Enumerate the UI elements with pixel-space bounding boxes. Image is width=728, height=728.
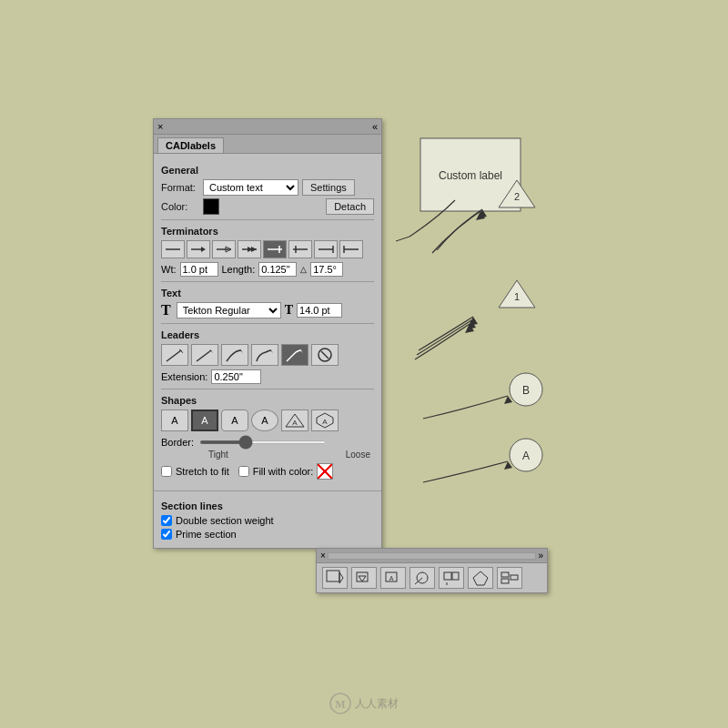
- cadlabels-tab[interactable]: CADlabels: [157, 137, 224, 153]
- length-input[interactable]: [258, 262, 297, 277]
- shape-btn-rounded[interactable]: A: [221, 410, 248, 431]
- leader-btn-5[interactable]: [311, 344, 339, 366]
- terminator-btn-4[interactable]: [263, 240, 287, 258]
- divider-4: [161, 389, 374, 389]
- text-section-label: Text: [161, 288, 374, 298]
- slider-row: Border:: [161, 437, 374, 448]
- leader-btn-4[interactable]: [281, 344, 308, 366]
- fill-checkbox[interactable]: [238, 466, 249, 477]
- settings-button[interactable]: Settings: [302, 179, 355, 196]
- prime-section-checkbox[interactable]: [161, 529, 172, 540]
- terminator-grid: [161, 240, 374, 258]
- color-label: Color:: [161, 201, 199, 212]
- svg-rect-42: [327, 571, 339, 581]
- terminator-btn-2[interactable]: [212, 240, 236, 258]
- panel-tabs-row: CADlabels: [154, 135, 381, 154]
- svg-marker-43: [339, 572, 343, 583]
- terminator-btn-3[interactable]: [238, 240, 261, 258]
- shapes-section-label: Shapes: [161, 395, 374, 406]
- shape-btn-triangle[interactable]: A: [281, 410, 308, 431]
- tight-label: Tight: [208, 450, 228, 460]
- length-label: Length:: [222, 264, 256, 275]
- toolbar-body: A: [317, 563, 547, 592]
- terminator-btn-6[interactable]: [314, 240, 338, 258]
- shape-btn-circle[interactable]: A: [251, 410, 278, 431]
- terminator-btn-1[interactable]: [187, 240, 210, 258]
- shape-btn-box[interactable]: A: [191, 410, 218, 431]
- format-select[interactable]: Custom text Block attribute Manual: [203, 179, 298, 196]
- toolbar-btn-3[interactable]: [410, 567, 435, 589]
- terminator-btn-0[interactable]: [161, 240, 185, 258]
- leader-btn-0[interactable]: [161, 344, 188, 366]
- border-slider[interactable]: [199, 440, 327, 444]
- shapes-grid: A A A A A A: [161, 410, 374, 431]
- text-row: T Tekton Regular T: [161, 302, 374, 318]
- wt-row: Wt: Length: △: [161, 262, 374, 277]
- svg-text:A: A: [389, 575, 394, 581]
- svg-marker-16: [201, 247, 206, 252]
- wt-label: Wt:: [161, 264, 177, 275]
- leader-btn-1[interactable]: [191, 344, 218, 366]
- svg-rect-56: [511, 575, 518, 580]
- extension-row: Extension:: [161, 369, 374, 384]
- stretch-check-row: Stretch to fit: [161, 466, 229, 477]
- terminator-btn-7[interactable]: [339, 240, 363, 258]
- leader-grid: [161, 344, 374, 366]
- toolbar-btn-5[interactable]: [468, 567, 493, 589]
- watermark-text: 人人素材: [355, 696, 399, 712]
- toolbar-btn-6[interactable]: [497, 567, 522, 589]
- double-section-row: Double section weight: [161, 515, 374, 526]
- angle-input[interactable]: [310, 262, 343, 277]
- double-section-checkbox[interactable]: [161, 515, 172, 526]
- extension-input[interactable]: [211, 369, 261, 384]
- toolbar-btn-0[interactable]: [322, 567, 348, 589]
- svg-rect-51: [452, 572, 459, 580]
- expand-icon[interactable]: «: [372, 121, 378, 132]
- svg-line-37: [321, 351, 329, 359]
- toolbar-btn-2[interactable]: A: [380, 567, 406, 589]
- toolbar-btn-1[interactable]: [351, 567, 377, 589]
- toolbar-close-icon[interactable]: ×: [320, 551, 326, 561]
- leader-btn-3[interactable]: [251, 344, 278, 366]
- divider-1: [161, 219, 374, 220]
- svg-line-30: [167, 350, 181, 361]
- wt-input[interactable]: [180, 262, 218, 277]
- stretch-checkbox[interactable]: [161, 466, 172, 477]
- main-panel: × « CADlabels General Format: Custom tex…: [153, 118, 382, 549]
- svg-rect-50: [444, 572, 451, 580]
- toolbar-panel: × » A: [316, 548, 548, 593]
- watermark: M 人人素材: [329, 693, 399, 714]
- toolbar-btn-4[interactable]: [439, 567, 464, 589]
- svg-rect-54: [501, 572, 509, 577]
- slider-labels: Tight Loose: [161, 450, 374, 460]
- detach-button[interactable]: Detach: [326, 198, 374, 215]
- toolbar-expand-icon[interactable]: »: [538, 551, 543, 561]
- color-row: Color: Detach: [161, 198, 374, 215]
- font-size-input[interactable]: [297, 303, 342, 318]
- format-label: Format:: [161, 182, 199, 193]
- leaders-section-label: Leaders: [161, 329, 374, 340]
- general-section-label: General: [161, 165, 374, 176]
- leader-btn-2[interactable]: [221, 344, 248, 366]
- section-lines-label: Section lines: [161, 500, 374, 511]
- fill-swatch[interactable]: [317, 463, 333, 480]
- shape-btn-hex[interactable]: A: [311, 410, 339, 431]
- fill-check-row: Fill with color:: [238, 463, 334, 480]
- fill-color-label: Fill with color:: [253, 466, 314, 477]
- close-icon[interactable]: ×: [157, 121, 163, 132]
- prime-section-label: Prime section: [176, 529, 237, 540]
- toolbar-titlebar: × »: [317, 549, 547, 563]
- svg-marker-45: [359, 576, 366, 581]
- watermark-icon: M: [329, 693, 351, 714]
- svg-text:A: A: [292, 419, 298, 427]
- angle-icon: △: [300, 265, 307, 274]
- svg-rect-55: [501, 579, 509, 583]
- svg-rect-44: [357, 572, 368, 581]
- color-swatch[interactable]: [203, 198, 219, 215]
- loose-label: Loose: [346, 450, 370, 460]
- stretch-label: Stretch to fit: [176, 466, 229, 477]
- shape-btn-none[interactable]: A: [161, 410, 188, 431]
- font-select[interactable]: Tekton Regular: [177, 302, 281, 318]
- terminator-btn-5[interactable]: [288, 240, 312, 258]
- panel-titlebar: × «: [154, 119, 381, 135]
